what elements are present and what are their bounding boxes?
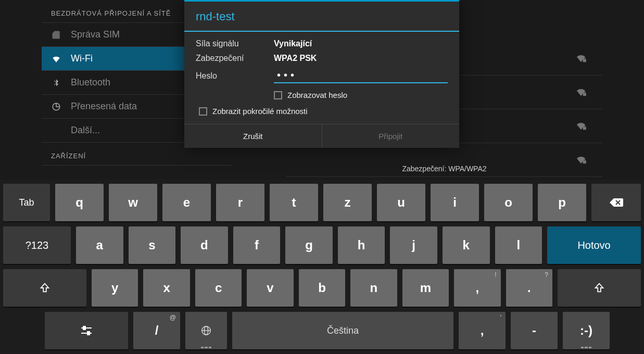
show-password-checkbox[interactable] xyxy=(274,91,282,99)
key-shift-right[interactable] xyxy=(558,269,641,307)
key-x[interactable]: x xyxy=(143,269,190,307)
sidebar-item-label: Další... xyxy=(71,125,100,136)
connect-button[interactable]: Připojit xyxy=(322,124,460,148)
key-s[interactable]: s xyxy=(129,226,176,264)
signal-label: Síla signálu xyxy=(196,39,274,48)
key-slash[interactable]: @/ xyxy=(133,312,180,349)
key-language[interactable] xyxy=(185,312,227,349)
wifi-connect-dialog: rnd-test Síla signálu Vynikající Zabezpe… xyxy=(184,0,459,148)
key-label: :-) xyxy=(580,323,592,338)
globe-icon xyxy=(200,325,212,336)
shift-icon xyxy=(39,282,50,294)
show-password-label: Zobrazovat heslo xyxy=(287,91,347,99)
cancel-button[interactable]: Zrušit xyxy=(184,124,322,148)
key-tab[interactable]: Tab xyxy=(3,184,50,221)
key-label: , xyxy=(475,281,479,295)
wifi-signal-lock-icon xyxy=(575,121,587,131)
sidebar-item-label: Bluetooth xyxy=(71,77,110,88)
key-p[interactable]: p xyxy=(538,184,586,221)
key-a[interactable]: a xyxy=(76,226,123,264)
key-d[interactable]: d xyxy=(181,226,228,264)
bluetooth-icon xyxy=(51,78,61,88)
key-hint: ' xyxy=(500,314,501,321)
wifi-icon xyxy=(51,54,61,64)
dialog-button-bar: Zrušit Připojit xyxy=(184,124,459,148)
key-k[interactable]: k xyxy=(443,226,490,264)
key-space[interactable]: Čeština xyxy=(232,312,453,349)
sidebar-item-label: Správa SIM xyxy=(71,29,120,40)
wifi-signal-lock-icon xyxy=(575,54,587,63)
key-w[interactable]: w xyxy=(109,184,157,221)
key-c[interactable]: c xyxy=(195,269,242,307)
data-usage-icon xyxy=(51,102,61,112)
security-label: Zabezpečení xyxy=(196,54,274,63)
key-hint: ! xyxy=(495,271,496,279)
key-comma2[interactable]: ', xyxy=(459,312,506,349)
key-e[interactable]: e xyxy=(162,184,211,221)
key-hint: ? xyxy=(545,271,548,279)
key-g[interactable]: g xyxy=(285,226,333,264)
key-label: . xyxy=(527,281,531,295)
key-b[interactable]: b xyxy=(299,269,345,307)
key-y[interactable]: y xyxy=(92,269,138,307)
key-symbols[interactable]: ?123 xyxy=(3,226,71,264)
key-t[interactable]: t xyxy=(270,184,318,221)
security-value: WPA2 PSK xyxy=(274,54,317,63)
key-shift-left[interactable] xyxy=(3,269,86,307)
advanced-options-row[interactable]: Zobrazit pokročilé možnosti xyxy=(199,107,448,116)
show-password-row[interactable]: Zobrazovat heslo xyxy=(274,91,448,99)
key-q[interactable]: q xyxy=(55,184,104,221)
key-period[interactable]: ?. xyxy=(506,269,552,307)
key-z[interactable]: z xyxy=(323,184,372,221)
dialog-title: rnd-test xyxy=(184,2,459,32)
key-settings[interactable] xyxy=(45,312,128,349)
svg-rect-12 xyxy=(87,332,90,335)
backspace-icon xyxy=(609,197,624,208)
key-h[interactable]: h xyxy=(338,226,385,264)
sidebar-item-label: Wi-Fi xyxy=(71,53,93,64)
key-label: , xyxy=(481,323,484,338)
settings-sliders-icon xyxy=(80,325,93,336)
popup-indicator xyxy=(581,347,591,348)
wifi-signal-lock-icon xyxy=(575,87,587,97)
key-i[interactable]: i xyxy=(431,184,479,221)
popup-indicator xyxy=(201,347,211,348)
network-subtitle: Zabezpečení: WPA/WPA2 xyxy=(286,165,602,173)
key-u[interactable]: u xyxy=(377,184,425,221)
key-done[interactable]: Hotovo xyxy=(547,226,641,264)
svg-rect-8 xyxy=(584,160,586,162)
key-j[interactable]: j xyxy=(390,226,437,264)
key-hint: @ xyxy=(170,314,176,321)
key-v[interactable]: v xyxy=(247,269,293,307)
advanced-label: Zobrazit pokročilé možnosti xyxy=(212,107,308,116)
key-dash[interactable]: - xyxy=(511,312,558,349)
advanced-checkbox[interactable] xyxy=(199,107,207,116)
spacer-icon xyxy=(51,125,61,136)
key-o[interactable]: o xyxy=(484,184,533,221)
key-comma[interactable]: !, xyxy=(454,269,500,307)
sidebar-item-label: Přenesená data xyxy=(71,101,137,112)
sim-icon xyxy=(51,30,61,40)
key-backspace[interactable] xyxy=(591,184,641,221)
key-smile[interactable]: :-) xyxy=(563,312,610,349)
key-m[interactable]: m xyxy=(402,269,449,307)
keyboard: Tab q w e r t z u i o p ?123 a s d f g h… xyxy=(0,180,644,354)
password-input[interactable] xyxy=(274,68,448,83)
key-n[interactable]: n xyxy=(350,269,397,307)
key-r[interactable]: r xyxy=(216,184,264,221)
password-label: Heslo xyxy=(196,71,274,81)
dialog-body: Síla signálu Vynikající Zabezpečení WPA2… xyxy=(184,32,459,124)
key-f[interactable]: f xyxy=(233,226,281,264)
signal-value: Vynikající xyxy=(274,39,312,48)
key-l[interactable]: l xyxy=(495,226,542,264)
wifi-signal-lock-icon xyxy=(575,155,587,165)
svg-rect-11 xyxy=(83,326,85,330)
key-label: / xyxy=(155,323,159,338)
shift-icon xyxy=(594,282,605,294)
